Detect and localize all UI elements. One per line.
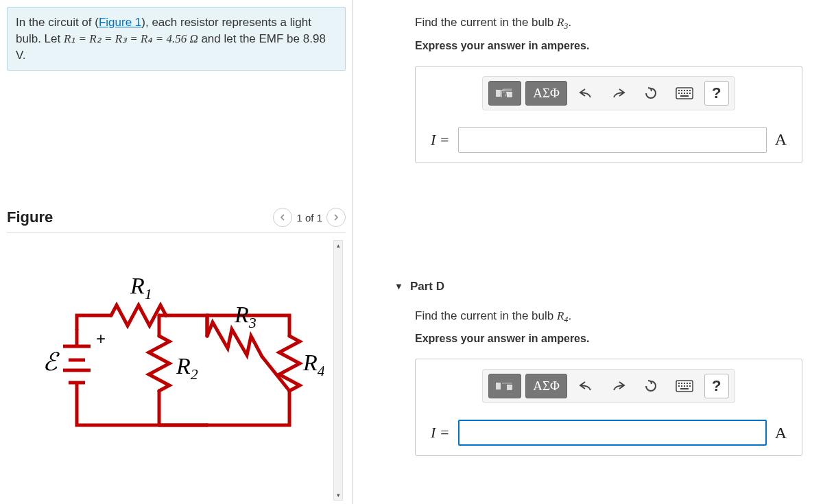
part-c-unit-label: A [775, 130, 787, 149]
svg-rect-11 [497, 90, 501, 96]
svg-text:ℰ: ℰ [43, 348, 60, 376]
scroll-up-icon[interactable]: ▴ [334, 241, 342, 250]
reset-button[interactable] [637, 81, 665, 106]
figure-area: ℰ + R1 R2 R3 R4 ▴ ▾ [7, 240, 346, 501]
svg-rect-20 [678, 93, 680, 94]
svg-text:R1: R1 [130, 273, 152, 302]
equation-vars: R₁ = R₂ = R₃ = R₄ = 4.56 Ω [64, 32, 198, 45]
part-c-answer-input[interactable] [458, 127, 767, 153]
part-c-input-row: I = A [425, 127, 792, 153]
figure-nav: 1 of 1 [273, 208, 346, 227]
svg-rect-37 [687, 385, 688, 387]
figure-title: Figure [7, 208, 53, 226]
undo-button[interactable] [571, 374, 600, 398]
svg-text:R2: R2 [176, 353, 198, 383]
svg-text:R4: R4 [302, 350, 324, 379]
svg-rect-39 [680, 388, 689, 389]
redo-button[interactable] [604, 81, 633, 106]
keyboard-button[interactable] [669, 374, 700, 398]
figure-next-button[interactable] [326, 208, 346, 227]
part-d-block: Find the current in the bulb R4. Express… [353, 300, 823, 464]
svg-rect-29 [678, 383, 680, 384]
part-d-input-row: I = A [425, 420, 792, 446]
svg-rect-22 [684, 93, 685, 94]
svg-rect-18 [687, 90, 688, 91]
svg-rect-17 [684, 90, 685, 91]
figure-header: Figure 1 of 1 [7, 208, 346, 233]
part-c-prompt: Find the current in the bulb R3. [415, 14, 802, 33]
svg-rect-21 [681, 93, 682, 94]
problem-statement: In the circuit of (Figure 1), each resis… [7, 7, 346, 71]
part-d-header[interactable]: ▼ Part D [353, 273, 823, 300]
left-panel: In the circuit of (Figure 1), each resis… [0, 0, 353, 504]
greek-symbols-button[interactable]: ΑΣΦ [525, 374, 567, 398]
help-button[interactable]: ? [704, 374, 729, 398]
svg-rect-31 [684, 383, 685, 384]
part-d-answer-input[interactable] [458, 420, 767, 446]
svg-rect-27 [508, 385, 512, 390]
circuit-diagram: ℰ + R1 R2 R3 R4 [29, 267, 324, 473]
greek-symbols-button[interactable]: ΑΣΦ [525, 81, 567, 106]
svg-rect-32 [687, 383, 688, 384]
svg-rect-19 [689, 90, 691, 91]
part-d-prompt: Find the current in the bulb R4. [415, 307, 802, 326]
part-c-block: Find the current in the bulb R3. Express… [353, 0, 823, 170]
svg-text:+: + [96, 329, 106, 348]
svg-text:R3: R3 [234, 302, 257, 331]
svg-rect-16 [681, 90, 682, 91]
collapse-icon: ▼ [394, 281, 403, 291]
figure-prev-button[interactable] [273, 208, 292, 227]
part-d-title: Part D [410, 280, 444, 293]
part-d-toolbar: ΑΣΦ ? [482, 369, 735, 403]
part-c-toolbar: □ ΑΣΦ [482, 76, 735, 110]
part-c-answer-box: □ ΑΣΦ [415, 66, 802, 163]
svg-rect-35 [681, 385, 682, 387]
figure-page-label: 1 of 1 [296, 212, 322, 224]
svg-rect-24 [689, 93, 691, 94]
part-d-unit-label: A [775, 424, 787, 442]
undo-button[interactable] [571, 81, 600, 106]
part-d-instruction: Express your answer in amperes. [415, 333, 802, 345]
svg-rect-23 [687, 93, 688, 94]
reset-button[interactable] [637, 374, 665, 398]
keyboard-button[interactable] [669, 81, 700, 106]
figure-link[interactable]: Figure 1 [99, 16, 141, 29]
scroll-down-icon[interactable]: ▾ [334, 490, 342, 500]
figure-scrollbar[interactable]: ▴ ▾ [333, 240, 343, 501]
redo-button[interactable] [604, 374, 633, 398]
part-d-variable-label: I = [431, 424, 450, 442]
part-c-instruction: Express your answer in amperes. [415, 40, 802, 52]
svg-rect-38 [689, 385, 691, 387]
help-button[interactable]: ? [704, 81, 729, 106]
template-picker-button[interactable] [488, 374, 521, 398]
svg-rect-15 [678, 90, 680, 91]
svg-rect-33 [689, 383, 691, 384]
svg-rect-26 [497, 383, 501, 389]
svg-rect-25 [680, 95, 689, 97]
template-picker-button[interactable]: □ [488, 81, 521, 106]
right-panel: Find the current in the bulb R3. Express… [353, 0, 823, 504]
svg-rect-30 [681, 383, 682, 384]
part-d-answer-box: ΑΣΦ ? [415, 359, 802, 456]
part-c-variable-label: I = [431, 131, 450, 149]
svg-rect-36 [684, 385, 685, 387]
svg-rect-34 [678, 385, 680, 387]
